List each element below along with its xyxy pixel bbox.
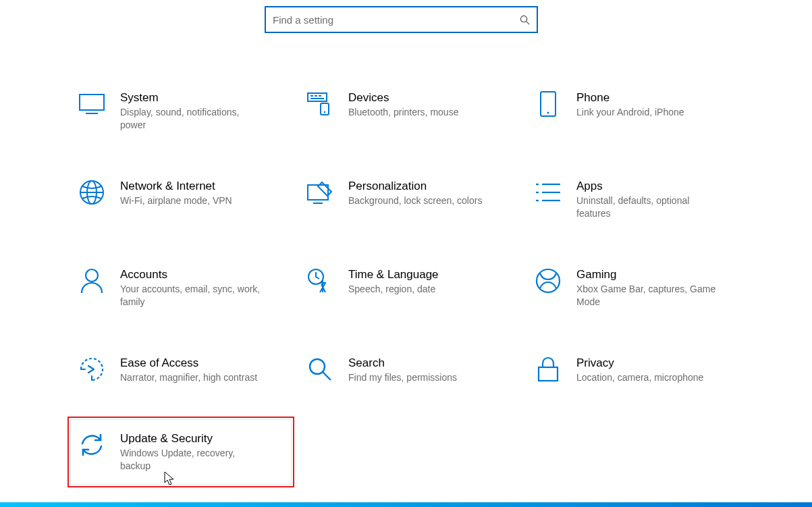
svg-rect-29 — [539, 367, 558, 381]
tile-title: Search — [348, 356, 517, 370]
tile-desc: Your accounts, email, sync, work, family — [120, 283, 262, 309]
gaming-icon — [535, 267, 562, 294]
tile-desc: Background, lock screen, colors — [348, 194, 490, 207]
globe-icon — [78, 179, 105, 206]
svg-rect-9 — [321, 103, 329, 115]
tile-personalization[interactable]: Personalization Background, lock screen,… — [304, 175, 520, 224]
search-icon — [512, 15, 537, 25]
settings-grid: System Display, sound, notifications, po… — [76, 86, 751, 485]
tile-desc: Link your Android, iPhone — [576, 106, 718, 119]
tile-desc: Bluetooth, printers, mouse — [348, 106, 490, 119]
tile-desc: Narrator, magnifier, high contrast — [120, 371, 262, 384]
tile-desc: Find my files, permissions — [348, 371, 490, 384]
search-input[interactable] — [266, 14, 512, 26]
ease-of-access-icon — [78, 356, 105, 383]
svg-line-28 — [323, 372, 331, 380]
tile-network[interactable]: Network & Internet Wi-Fi, airplane mode,… — [76, 175, 292, 224]
svg-line-1 — [526, 21, 529, 24]
tile-search[interactable]: Search Find my files, permissions — [304, 352, 520, 388]
lock-icon — [535, 356, 562, 383]
tile-apps[interactable]: Apps Uninstall, defaults, optional featu… — [532, 175, 748, 224]
tile-system[interactable]: System Display, sound, notifications, po… — [76, 86, 292, 136]
tile-update-security[interactable]: Update & Security Windows Update, recove… — [70, 419, 292, 485]
time-language-icon — [306, 267, 333, 294]
tile-title: Privacy — [576, 356, 745, 370]
tile-title: Update & Security — [120, 431, 283, 446]
tile-desc: Wi-Fi, airplane mode, VPN — [120, 194, 262, 207]
tile-gaming[interactable]: Gaming Xbox Game Bar, captures, Game Mod… — [532, 263, 748, 313]
update-icon — [78, 431, 105, 458]
tile-title: Apps — [576, 179, 745, 193]
system-icon — [78, 90, 105, 117]
tile-title: Devices — [348, 90, 517, 105]
tile-title: Time & Language — [348, 267, 517, 282]
svg-point-12 — [547, 112, 549, 114]
tile-title: Gaming — [576, 267, 745, 282]
apps-icon — [535, 179, 562, 206]
tile-title: Accounts — [120, 267, 289, 282]
tile-devices[interactable]: Devices Bluetooth, printers, mouse — [304, 86, 520, 136]
tile-title: Personalization — [348, 179, 517, 193]
accent-bar — [0, 502, 812, 507]
accounts-icon — [78, 267, 105, 294]
tile-desc: Uninstall, defaults, optional features — [576, 194, 718, 220]
svg-rect-4 — [308, 93, 327, 101]
svg-point-24 — [86, 269, 98, 282]
tile-title: System — [120, 90, 289, 105]
tile-desc: Display, sound, notifications, power — [120, 106, 262, 132]
svg-point-0 — [520, 16, 526, 22]
svg-point-27 — [310, 359, 325, 374]
tile-privacy[interactable]: Privacy Location, camera, microphone — [532, 352, 748, 388]
svg-point-10 — [324, 111, 326, 113]
tile-desc: Speech, region, date — [348, 283, 490, 296]
magnifier-icon — [306, 356, 333, 383]
devices-icon — [306, 90, 333, 117]
tile-ease-of-access[interactable]: Ease of Access Narrator, magnifier, high… — [76, 352, 292, 388]
tile-title: Ease of Access — [120, 356, 289, 370]
tile-desc: Windows Update, recovery, backup — [120, 447, 262, 473]
tile-title: Phone — [576, 90, 745, 105]
tile-phone[interactable]: Phone Link your Android, iPhone — [532, 86, 748, 136]
phone-icon — [535, 90, 562, 117]
tile-accounts[interactable]: Accounts Your accounts, email, sync, wor… — [76, 263, 292, 313]
search-box[interactable] — [265, 6, 538, 33]
tile-time-language[interactable]: Time & Language Speech, region, date — [304, 263, 520, 313]
tile-desc: Location, camera, microphone — [576, 371, 718, 384]
svg-rect-2 — [80, 95, 104, 110]
tile-desc: Xbox Game Bar, captures, Game Mode — [576, 283, 718, 309]
tile-title: Network & Internet — [120, 179, 289, 193]
svg-point-26 — [537, 269, 560, 292]
personalization-icon — [306, 179, 333, 206]
